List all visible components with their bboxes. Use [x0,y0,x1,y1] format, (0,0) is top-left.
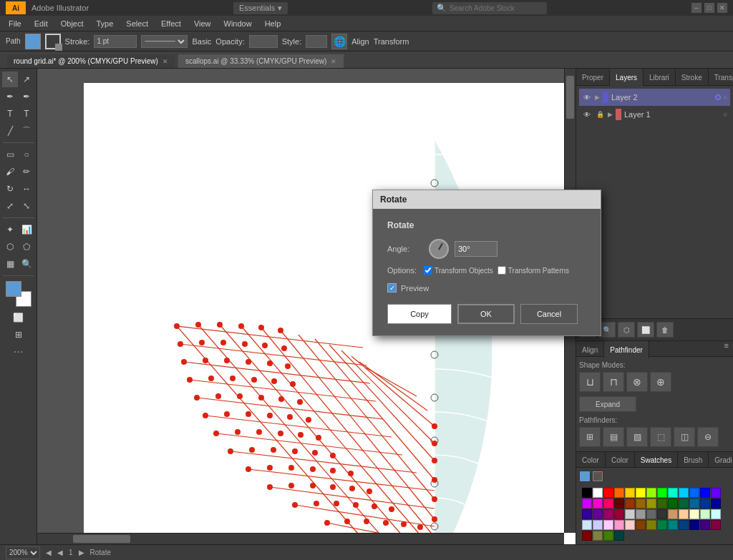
layer-row-2[interactable]: 👁 ▶ Layer 2 ○ [579,89,730,106]
layer2-target[interactable] [715,94,721,100]
arc-tool[interactable]: ⌒ [19,123,34,139]
transform-objects-checkbox[interactable] [424,266,432,275]
tab-color2[interactable]: Color [606,452,635,468]
swatch-item[interactable] [582,498,592,509]
fill-swatch[interactable] [6,281,21,297]
eyedropper-tool[interactable]: 🔍 [19,256,34,272]
intersect-btn[interactable]: ⊗ [626,372,648,392]
swatch-item[interactable] [668,520,678,530]
swatch-item[interactable] [614,520,624,530]
trim-btn[interactable]: ▤ [603,427,624,447]
swatch-item[interactable] [668,488,678,498]
swatch-item[interactable] [646,509,656,519]
menu-view[interactable]: View [188,18,217,29]
swatch-item[interactable] [593,509,603,519]
swatch-item[interactable] [614,488,624,498]
tab-pathfinder[interactable]: Pathfinder [604,341,649,358]
symbol-tool[interactable]: ✦ [2,222,18,237]
cancel-button[interactable]: Cancel [520,304,578,324]
swatch-item[interactable] [603,498,613,509]
stroke-color[interactable] [45,34,61,49]
opacity-input[interactable]: 100% [249,35,278,48]
h-scroll-thumb[interactable] [73,535,130,543]
artboard-tool[interactable]: ⊞ [11,327,26,343]
type-tool[interactable]: T [2,106,18,122]
outline-btn[interactable]: ◫ [674,427,695,447]
swatch-item[interactable] [657,509,667,519]
swatch-item[interactable] [625,509,635,519]
layer1-options[interactable]: ○ [724,111,727,118]
layer-action-4[interactable]: ⬜ [637,322,654,338]
menu-window[interactable]: Window [218,18,258,29]
direct-select-tool[interactable]: ↗ [19,72,34,87]
maximize-button[interactable]: □ [704,3,714,13]
swatch-item[interactable] [689,488,699,498]
nav-prev[interactable]: ◀ [46,549,52,556]
tab-color1[interactable]: Color [576,452,606,468]
fill-color[interactable] [25,34,41,49]
tab-proper[interactable]: Proper [576,69,610,86]
swatch-item[interactable] [582,488,592,498]
swatch-item[interactable] [603,531,613,541]
tab-scallops-close[interactable]: ✕ [331,58,336,65]
swatch-item[interactable] [646,498,656,509]
swatch-item[interactable] [625,520,635,530]
swatch-item[interactable] [700,488,710,498]
unite-btn[interactable]: ⊔ [579,372,601,392]
swatch-item[interactable] [625,488,635,498]
swatch-item[interactable] [679,520,689,530]
swatch-item[interactable] [603,520,613,530]
swatch-item[interactable] [711,509,721,519]
style-preview[interactable] [306,35,327,48]
swatch-item[interactable] [646,520,656,530]
area-type-tool[interactable]: T [19,106,34,122]
ok-button[interactable]: OK [457,304,515,324]
close-button[interactable]: ✕ [717,3,727,13]
tab-stroke[interactable]: Stroke [676,69,709,86]
tab-round-grid[interactable]: round grid.ai* @ 200% (CMYK/GPU Preview)… [6,54,176,68]
swatch-item[interactable] [668,498,678,509]
swatch-item[interactable] [679,488,689,498]
screen-mode-tool[interactable]: ⬜ [11,310,26,325]
reflect-tool[interactable]: ↔ [19,181,34,197]
swatch-item[interactable] [668,509,678,519]
copy-button[interactable]: Copy [387,304,452,324]
swatch-item[interactable] [657,520,667,530]
transform-patterns-checkbox[interactable] [497,266,506,275]
tab-librari[interactable]: Librari [644,69,676,86]
tab-transpa[interactable]: Transpa [709,69,733,86]
tab-round-grid-close[interactable]: ✕ [162,58,168,65]
tab-scallops[interactable]: scallops.ai @ 33.33% (CMYK/GPU Preview) … [178,54,344,68]
menu-object[interactable]: Object [55,18,89,29]
rotate-tool[interactable]: ↻ [2,181,18,197]
layer-action-3[interactable]: ⬡ [618,322,635,338]
swatch-item[interactable] [582,520,592,530]
pencil-tool[interactable]: ✏ [19,164,34,180]
swatch-item[interactable] [614,531,624,541]
ellipse-tool[interactable]: ○ [19,147,34,162]
swatch-item[interactable] [603,509,613,519]
layer-action-delete[interactable]: 🗑 [656,322,674,338]
swatch-item[interactable] [646,488,656,498]
exclude-btn[interactable]: ⊕ [650,372,671,392]
transform-objects-check[interactable]: Transform Objects [424,266,493,275]
swatch-item[interactable] [700,509,710,519]
swatch-item[interactable] [593,498,603,509]
swatch-item[interactable] [614,498,624,509]
mesh-tool[interactable]: ⬠ [19,239,34,255]
menu-select[interactable]: Select [120,18,154,29]
paintbrush-tool[interactable]: 🖌 [2,164,18,180]
minus-front-btn[interactable]: ⊓ [603,372,624,392]
column-graph-tool[interactable]: 📊 [19,222,34,237]
swatch-item[interactable] [625,498,635,509]
more-tools[interactable]: ··· [14,344,23,360]
layer-row-1[interactable]: 👁 🔒 ▶ Layer 1 ○ [579,106,730,123]
swatch-item[interactable] [593,488,603,498]
select-tool[interactable]: ↖ [2,72,18,87]
layer1-lock[interactable]: 🔒 [595,111,605,118]
menu-file[interactable]: File [3,18,27,29]
add-anchor-tool[interactable]: ✒ [19,89,34,104]
menu-edit[interactable]: Edit [29,18,54,29]
nav-next[interactable]: ▶ [79,549,84,556]
swatch-item[interactable] [593,531,603,541]
